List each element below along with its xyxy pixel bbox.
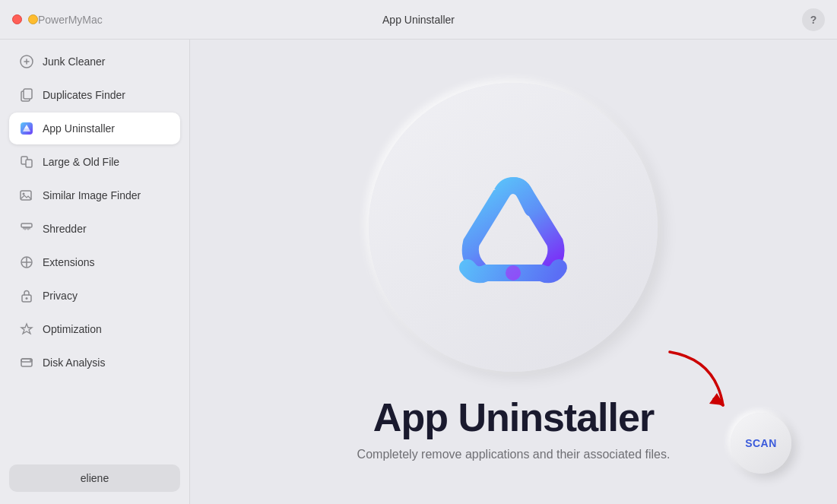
sidebar-item-shredder[interactable]: Shredder: [9, 213, 180, 245]
close-button[interactable]: [12, 14, 22, 24]
app-name: PowerMyMac: [38, 14, 103, 26]
large-old-file-icon: [18, 154, 35, 170]
svg-point-14: [30, 360, 31, 361]
user-button[interactable]: eliene: [9, 464, 180, 492]
sidebar-item-label: Similar Image Finder: [43, 189, 141, 201]
svg-point-11: [26, 297, 28, 300]
sidebar-item-label: Large & Old File: [43, 156, 119, 168]
minimize-button[interactable]: [28, 14, 38, 24]
svg-point-7: [23, 193, 25, 195]
sidebar-item-extensions[interactable]: Extensions: [9, 246, 180, 278]
titlebar: PowerMyMac App Uninstaller ?: [0, 0, 837, 40]
main-layout: Junk Cleaner Duplicates Finder: [0, 40, 837, 504]
similar-image-finder-icon: [18, 187, 35, 204]
scan-button[interactable]: SCAN: [731, 413, 791, 474]
sidebar-item-duplicates-finder[interactable]: Duplicates Finder: [9, 79, 180, 111]
content-area: App Uninstaller Completely remove applic…: [190, 40, 837, 504]
page-title: App Uninstaller: [382, 14, 455, 26]
sidebar-item-label: Extensions: [43, 256, 94, 268]
disk-analysis-icon: [18, 354, 35, 371]
sidebar-item-similar-image-finder[interactable]: Similar Image Finder: [9, 179, 180, 211]
junk-cleaner-icon: [18, 53, 35, 70]
sidebar-item-label: Optimization: [43, 323, 102, 335]
feature-title: App Uninstaller: [373, 395, 654, 440]
sidebar-item-optimization[interactable]: Optimization: [9, 313, 180, 345]
traffic-lights: [12, 14, 38, 24]
app-store-icon: [437, 151, 589, 303]
svg-rect-8: [21, 223, 32, 227]
privacy-icon: [18, 287, 35, 304]
sidebar-item-label: Duplicates Finder: [43, 89, 125, 101]
sidebar-item-disk-analysis[interactable]: Disk Analysis: [9, 347, 180, 379]
sidebar-item-label: Disk Analysis: [43, 357, 105, 369]
sidebar-item-label: Shredder: [43, 223, 87, 235]
sidebar-item-label: Junk Cleaner: [43, 55, 106, 68]
sidebar-item-app-uninstaller[interactable]: App Uninstaller: [9, 113, 180, 144]
app-uninstaller-icon: [18, 120, 35, 137]
feature-content: App Uninstaller Completely remove applic…: [357, 83, 671, 461]
shredder-icon: [18, 220, 35, 237]
help-button[interactable]: ?: [802, 8, 825, 31]
svg-rect-6: [21, 191, 31, 200]
svg-point-15: [506, 265, 521, 281]
sidebar-bottom: eliene: [9, 458, 180, 498]
svg-rect-5: [26, 160, 32, 167]
extensions-icon: [18, 254, 35, 271]
scan-button-container: SCAN: [731, 413, 791, 474]
sidebar-item-privacy[interactable]: Privacy: [9, 280, 180, 312]
optimization-icon: [18, 321, 35, 338]
svg-rect-2: [24, 89, 32, 99]
sidebar-item-large-old-file[interactable]: Large & Old File: [9, 146, 180, 178]
sidebar-item-label: App Uninstaller: [43, 122, 115, 135]
feature-icon-circle: [369, 83, 658, 372]
feature-description: Completely remove applications and their…: [357, 448, 671, 461]
sidebar: Junk Cleaner Duplicates Finder: [0, 40, 190, 504]
sidebar-item-junk-cleaner[interactable]: Junk Cleaner: [9, 46, 180, 78]
duplicates-finder-icon: [18, 87, 35, 103]
sidebar-item-label: Privacy: [43, 290, 78, 302]
